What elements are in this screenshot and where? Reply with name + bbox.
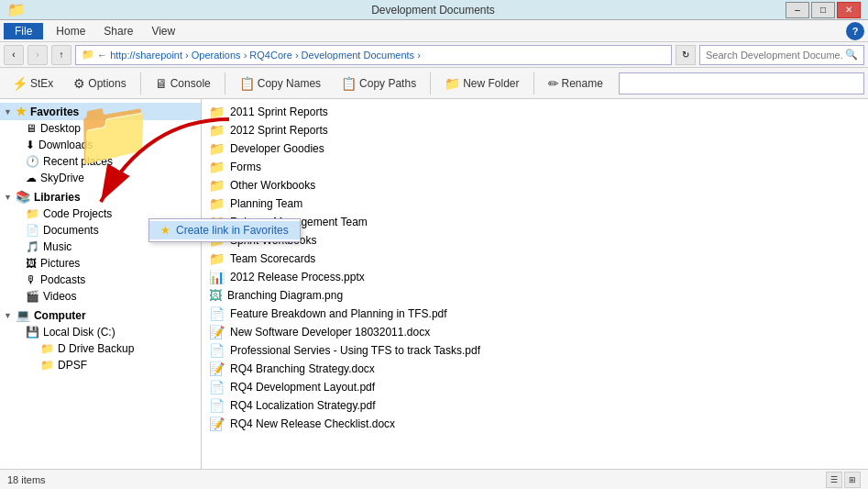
- file-item[interactable]: 📊 2012 Release Process.pptx: [202, 268, 868, 286]
- file-name: RQ4 New Release Checklist.docx: [230, 417, 395, 430]
- console-button[interactable]: 🖥 Console: [147, 71, 219, 96]
- file-name: RQ4 Development Layout.pdf: [230, 381, 375, 394]
- search-input[interactable]: [706, 50, 843, 61]
- refresh-button[interactable]: ↻: [676, 45, 696, 65]
- file-item[interactable]: 📄 RQ4 Localization Strategy.pdf: [202, 396, 868, 415]
- file-item[interactable]: 📁 Release Management Team: [202, 213, 868, 231]
- toolbar-divider-3: [430, 72, 431, 94]
- file-icon: 📄: [209, 380, 225, 395]
- file-name: 2011 Sprint Reports: [230, 106, 328, 118]
- file-item[interactable]: 📄 Professional Servies - Using TFS to tr…: [202, 341, 868, 360]
- help-button[interactable]: ?: [846, 22, 864, 40]
- menu-bar: File Home Share View ?: [0, 20, 868, 42]
- search-box[interactable]: 🔍: [699, 45, 864, 65]
- up-button[interactable]: ↑: [51, 45, 71, 65]
- sidebar-favorites-label: Favorites: [30, 106, 79, 118]
- address-path[interactable]: 📁 ← http://sharepoint › Operations › RQ4…: [75, 45, 672, 65]
- file-icon: 📊: [209, 270, 225, 284]
- computer-chevron: ▼: [4, 311, 12, 320]
- file-item[interactable]: 📁 Forms: [202, 158, 868, 176]
- rename-input[interactable]: [619, 72, 864, 94]
- copy-names-icon: 📋: [239, 76, 255, 91]
- new-folder-button[interactable]: 📁 New Folder: [436, 71, 527, 96]
- file-item[interactable]: 📝 RQ4 New Release Checklist.docx: [202, 415, 868, 433]
- forward-button[interactable]: ›: [27, 45, 48, 65]
- window-title: Development Documents: [81, 4, 786, 17]
- file-name: Planning Team: [230, 197, 302, 210]
- menu-share[interactable]: Share: [94, 23, 142, 39]
- file-name: RQ4 Localization Strategy.pdf: [230, 399, 376, 412]
- sidebar-item-drive-backup[interactable]: 📁 D Drive Backup: [0, 340, 201, 357]
- skydrive-icon: ☁: [26, 172, 37, 184]
- stex-icon: ⚡: [12, 76, 27, 91]
- desktop-icon: 🖥: [26, 122, 37, 135]
- sidebar-libraries-header[interactable]: ▼ 📚 Libraries: [0, 188, 201, 206]
- sidebar-item-podcasts[interactable]: 🎙 Podcasts: [0, 272, 201, 288]
- menu-home[interactable]: Home: [47, 23, 94, 39]
- file-icon: 📝: [209, 325, 225, 339]
- copy-paths-button[interactable]: 📋 Copy Paths: [333, 71, 424, 96]
- rename-icon: ✏: [548, 76, 559, 91]
- file-item[interactable]: 🖼 Branching Diagram.png: [202, 286, 868, 305]
- menu-file[interactable]: File: [4, 23, 43, 39]
- libraries-icon: 📚: [16, 190, 30, 204]
- context-create-link-label: Create link in Favorites: [176, 224, 289, 237]
- dpsf-icon: 📁: [40, 359, 54, 372]
- file-icon: 📁: [209, 196, 225, 211]
- sidebar-item-local-disk[interactable]: 💾 Local Disk (C:): [0, 324, 201, 340]
- dragged-folder: 📁: [73, 101, 156, 174]
- file-icon: 📝: [209, 417, 225, 431]
- file-icon: 📁: [209, 123, 225, 138]
- toolbar: ⚡ StEx ⚙ Options 🖥 Console 📋 Copy Names …: [0, 68, 868, 99]
- file-item[interactable]: 📁 2012 Sprint Reports: [202, 121, 868, 139]
- file-item[interactable]: 📄 Feature Breakdown and Planning in TFS.…: [202, 305, 868, 323]
- sidebar-item-videos[interactable]: 🎬 Videos: [0, 288, 201, 305]
- new-folder-icon: 📁: [445, 76, 460, 91]
- sidebar-item-pictures[interactable]: 🖼 Pictures: [0, 255, 201, 272]
- file-item[interactable]: 📁 Planning Team: [202, 194, 868, 213]
- music-icon: 🎵: [26, 240, 39, 253]
- file-item[interactable]: 📝 RQ4 Branching Strategy.docx: [202, 360, 868, 378]
- libraries-chevron: ▼: [4, 193, 12, 202]
- stex-button[interactable]: ⚡ StEx: [4, 71, 61, 96]
- maximize-button[interactable]: □: [811, 2, 835, 18]
- downloads-icon: ⬇: [26, 139, 35, 151]
- menu-view[interactable]: View: [142, 23, 184, 39]
- file-item[interactable]: 📁 Team Scorecards: [202, 250, 868, 268]
- file-icon: 📁: [209, 178, 225, 193]
- view-details-button[interactable]: ☰: [826, 472, 842, 488]
- videos-icon: 🎬: [26, 290, 39, 303]
- favorites-star-icon: ★: [16, 105, 27, 118]
- podcasts-icon: 🎙: [26, 273, 37, 286]
- toolbar-divider-2: [225, 72, 225, 94]
- file-name: 2012 Sprint Reports: [230, 124, 328, 137]
- file-item[interactable]: 📁 Other Workbooks: [202, 176, 868, 194]
- file-name: Other Workbooks: [230, 179, 315, 192]
- file-item[interactable]: 📝 New Software Developer 18032011.docx: [202, 323, 868, 341]
- status-items: 18 items: [7, 474, 46, 485]
- sidebar-computer-header[interactable]: ▼ 💻 Computer: [0, 306, 201, 324]
- view-icons-button[interactable]: ⊞: [844, 472, 861, 488]
- close-button[interactable]: ✕: [837, 2, 861, 18]
- file-name: Forms: [230, 161, 261, 173]
- options-button[interactable]: ⚙ Options: [65, 71, 134, 96]
- back-button[interactable]: ‹: [4, 45, 24, 65]
- options-icon: ⚙: [73, 76, 85, 91]
- copy-names-button[interactable]: 📋 Copy Names: [231, 71, 329, 96]
- rename-button[interactable]: ✏ Rename: [540, 71, 611, 96]
- file-name: Feature Breakdown and Planning in TFS.pd…: [230, 307, 447, 320]
- file-item[interactable]: 📁 Sprint Workbooks: [202, 231, 868, 250]
- drive-backup-icon: 📁: [40, 342, 54, 355]
- file-item[interactable]: 📁 2011 Sprint Reports: [202, 103, 868, 121]
- computer-section: ▼ 💻 Computer 💾 Local Disk (C:) 📁 D Drive…: [0, 306, 201, 373]
- sidebar-item-dpsf[interactable]: 📁 DPSF: [0, 357, 201, 373]
- minimize-button[interactable]: –: [786, 2, 809, 18]
- code-projects-icon: 📁: [26, 207, 39, 220]
- file-icon: 📁: [209, 160, 225, 174]
- file-name: Professional Servies - Using TFS to trac…: [230, 344, 480, 357]
- file-item[interactable]: 📄 RQ4 Development Layout.pdf: [202, 378, 868, 396]
- context-create-link[interactable]: ★ Create link in Favorites: [149, 221, 300, 239]
- toolbar-divider-1: [140, 72, 141, 94]
- file-icon: 📄: [209, 343, 225, 358]
- file-item[interactable]: 📁 Developer Goodies: [202, 139, 868, 158]
